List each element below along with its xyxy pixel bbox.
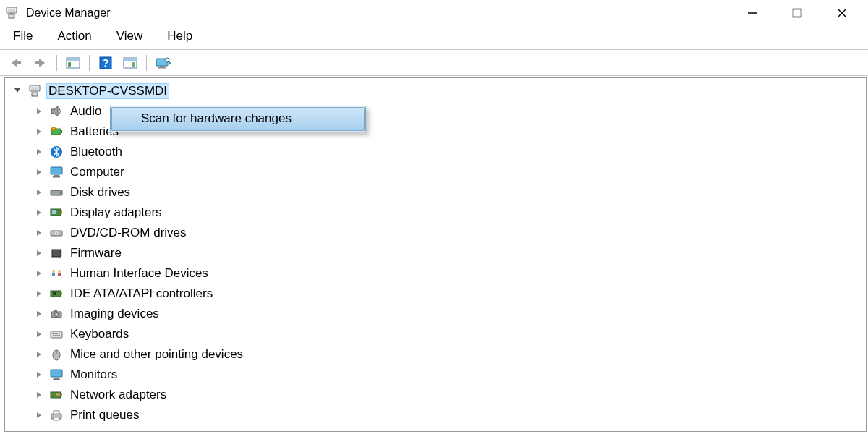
camera-icon (48, 307, 64, 321)
tree-node-label[interactable]: Firmware (69, 246, 123, 260)
tree-node-root[interactable]: DESKTOP-CVSSMDI (12, 81, 866, 101)
window-controls (742, 3, 864, 23)
tree-node-bluetooth[interactable]: Bluetooth (34, 142, 866, 162)
svg-point-50 (58, 270, 61, 273)
scan-hardware-button[interactable] (153, 54, 173, 72)
tree-node-label[interactable]: Imaging devices (69, 307, 161, 321)
expand-toggle[interactable] (34, 410, 44, 420)
tree-node-label[interactable]: Print queues (69, 408, 140, 422)
expand-toggle[interactable] (34, 106, 44, 116)
svg-rect-36 (52, 210, 56, 214)
tree-node-ide-ata[interactable]: IDE ATA/ATAPI controllers (34, 284, 866, 304)
tree-node-disk-drives[interactable]: Disk drives (34, 182, 866, 203)
menubar: File Action View Help (0, 26, 868, 50)
tree-node-label[interactable]: Display adapters (69, 205, 163, 220)
svg-point-40 (56, 233, 57, 234)
expand-toggle[interactable] (34, 390, 44, 400)
maximize-button[interactable] (787, 3, 807, 23)
tree-node-label[interactable]: Keyboards (69, 327, 130, 341)
svg-rect-25 (32, 93, 38, 96)
svg-rect-20 (158, 67, 166, 69)
tree-node-dvd-cd-rom[interactable]: DVD/CD-ROM drives (34, 223, 866, 243)
titlebar: Device Manager (0, 0, 868, 26)
toolbar-separator (56, 55, 57, 71)
svg-rect-53 (53, 292, 56, 295)
help-button[interactable]: ? (95, 54, 116, 72)
svg-rect-49 (52, 273, 55, 276)
svg-rect-8 (17, 61, 21, 64)
expand-toggle[interactable] (34, 208, 44, 218)
tree-node-label[interactable]: Network adapters (69, 388, 168, 402)
controller-icon (48, 286, 64, 301)
tree-node-label[interactable]: Bluetooth (69, 145, 124, 159)
show-hide-tree-button[interactable] (63, 54, 83, 72)
svg-rect-63 (53, 335, 60, 336)
tree-node-label[interactable]: Mice and other pointing devices (69, 347, 244, 362)
close-button[interactable] (832, 3, 852, 23)
tree-node-hid[interactable]: Human Interface Devices (34, 263, 866, 284)
svg-rect-24 (31, 87, 38, 90)
optical-drive-icon (48, 226, 64, 240)
tree-node-label[interactable]: DVD/CD-ROM drives (69, 226, 188, 240)
menu-action[interactable]: Action (54, 27, 94, 45)
tree-node-display-adapters[interactable]: Display adapters (34, 203, 866, 223)
expand-toggle[interactable] (34, 167, 44, 177)
expand-toggle[interactable] (34, 268, 44, 278)
tree-node-label[interactable]: Monitors (69, 367, 119, 382)
nav-back-button[interactable] (6, 54, 26, 72)
expand-toggle[interactable] (34, 329, 44, 339)
speaker-icon (48, 104, 64, 119)
expand-toggle[interactable] (34, 370, 44, 380)
expand-toggle[interactable] (34, 187, 44, 197)
tree-node-label[interactable]: DESKTOP-CVSSMDI (47, 84, 169, 98)
tree-node-keyboards[interactable]: Keyboards (34, 324, 866, 344)
disk-drive-icon (48, 185, 64, 200)
menu-view[interactable]: View (114, 27, 146, 45)
expand-toggle[interactable] (34, 248, 44, 258)
svg-rect-60 (54, 333, 56, 334)
tree-node-label[interactable]: Disk drives (69, 185, 132, 200)
svg-rect-51 (58, 273, 61, 276)
nav-forward-button[interactable] (30, 54, 51, 72)
svg-rect-2 (9, 14, 14, 18)
tree-children: Audio Batteries Bluetooth Computer (12, 101, 866, 425)
firmware-chip-icon (48, 246, 64, 260)
svg-rect-59 (52, 333, 54, 334)
properties-button[interactable] (120, 54, 140, 72)
svg-rect-71 (61, 393, 62, 396)
tree-node-label[interactable]: Human Interface Devices (69, 266, 210, 281)
expand-toggle[interactable] (34, 228, 44, 238)
tree-node-monitors[interactable]: Monitors (34, 365, 866, 385)
expand-toggle[interactable] (12, 85, 22, 95)
expand-toggle[interactable] (34, 127, 44, 137)
expand-toggle[interactable] (34, 349, 44, 359)
svg-rect-32 (53, 176, 60, 178)
tree-node-imaging[interactable]: Imaging devices (34, 304, 866, 324)
tree-node-label[interactable]: Audio (69, 104, 103, 119)
svg-rect-1 (8, 9, 15, 12)
context-item-scan-hardware[interactable]: Scan for hardware changes (111, 107, 365, 131)
tree-node-firmware[interactable]: Firmware (34, 243, 866, 263)
tree-node-computer-category[interactable]: Computer (34, 162, 866, 182)
svg-rect-66 (51, 370, 62, 377)
tree-node-label[interactable]: IDE ATA/ATAPI controllers (69, 286, 214, 301)
expand-toggle[interactable] (34, 309, 44, 319)
svg-rect-5 (793, 9, 801, 17)
tree-node-print-queues[interactable]: Print queues (34, 405, 866, 425)
expand-toggle[interactable] (34, 147, 44, 157)
computer-icon (27, 84, 43, 98)
svg-rect-3 (10, 13, 13, 14)
svg-rect-19 (160, 66, 164, 67)
menu-help[interactable]: Help (164, 27, 195, 45)
tree-node-mice[interactable]: Mice and other pointing devices (34, 344, 866, 365)
tree-node-network[interactable]: Network adapters (34, 385, 866, 405)
tree-node-label[interactable]: Computer (69, 165, 126, 179)
printer-icon (48, 408, 64, 422)
menu-file[interactable]: File (10, 27, 35, 45)
toolbar-separator (89, 55, 90, 71)
minimize-button[interactable] (742, 3, 762, 23)
svg-point-56 (55, 313, 59, 317)
display-adapter-icon (48, 205, 64, 220)
expand-toggle[interactable] (34, 289, 44, 299)
svg-rect-58 (51, 331, 62, 338)
